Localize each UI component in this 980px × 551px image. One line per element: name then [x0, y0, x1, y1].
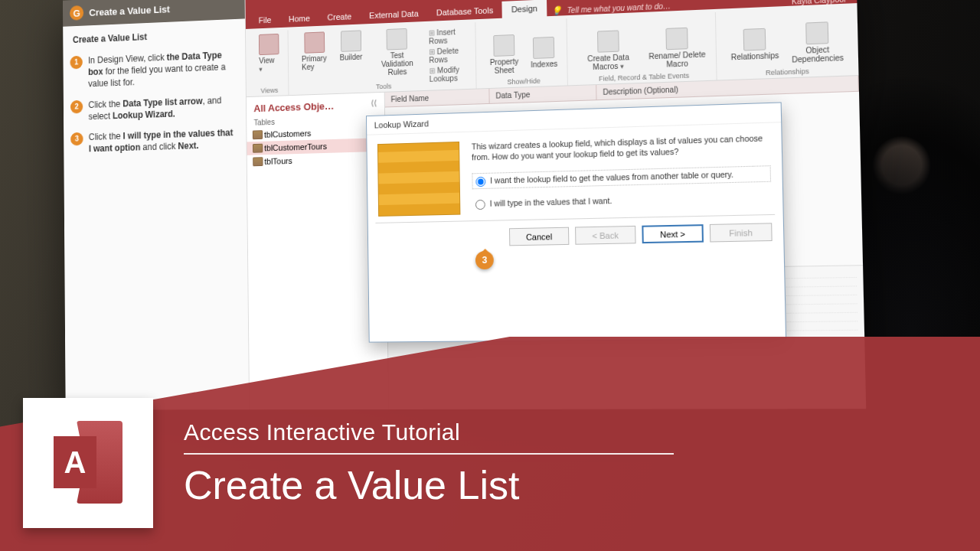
- banner-line2: Create a Value List: [184, 462, 674, 508]
- step-text: In Design View, click the Data Type box …: [88, 49, 236, 90]
- step-text: Click the I will type in the values that…: [89, 126, 237, 155]
- dependencies-icon: [805, 21, 828, 44]
- validation-icon: [387, 28, 407, 51]
- relationships-button[interactable]: Relationships: [727, 26, 782, 64]
- tutorial-steps: 1 In Design View, click the Data Type bo…: [63, 44, 246, 160]
- callout-number: 3: [475, 251, 494, 269]
- group-label: Views: [250, 86, 288, 95]
- insert-rows-button[interactable]: Insert Rows: [429, 27, 469, 45]
- primary-key-button[interactable]: Primary Key: [299, 30, 332, 73]
- col-field-name: Field Name: [385, 89, 490, 107]
- property-sheet-button[interactable]: Property Sheet: [486, 32, 521, 77]
- relationships-label: Relationships: [731, 51, 779, 62]
- step-callout: 3: [475, 251, 495, 276]
- wizard-options: I want the lookup field to get the value…: [472, 165, 771, 211]
- delete-rows-button[interactable]: Delete Rows: [429, 46, 469, 64]
- banner-text: Access Interactive Tutorial Create a Val…: [184, 419, 674, 508]
- next-button[interactable]: Next >: [642, 224, 704, 243]
- radio-type-values[interactable]: [475, 200, 485, 210]
- create-data-macros-button[interactable]: Create Data Macros: [577, 28, 639, 73]
- builder-button[interactable]: Builder: [336, 28, 365, 64]
- finish-button: Finish: [710, 223, 773, 242]
- tutorial-badge: G: [70, 5, 83, 21]
- banner-divider: [184, 453, 674, 455]
- lightbulb-icon: 💡: [551, 5, 562, 15]
- product-badge: A: [23, 398, 153, 528]
- rows-submenu: Insert Rows Delete Rows Modify Lookups: [429, 24, 470, 83]
- test-validation-label: Test Validation Rules: [374, 51, 420, 77]
- indexes-label: Indexes: [531, 60, 557, 69]
- radio-from-table[interactable]: [475, 177, 485, 187]
- tutorial-step: 3 Click the I will type in the values th…: [69, 122, 237, 159]
- test-validation-button[interactable]: Test Validation Rules: [371, 26, 423, 79]
- cancel-button[interactable]: Cancel: [509, 227, 569, 246]
- tab-design[interactable]: Design: [502, 0, 547, 18]
- view-label: View: [259, 56, 279, 73]
- dialog-body: This wizard creates a lookup field, whic…: [367, 122, 782, 223]
- tutorial-step: 2 Click the Data Type list arrow, and se…: [69, 89, 237, 127]
- property-sheet-label: Property Sheet: [490, 57, 519, 74]
- builder-icon: [341, 30, 361, 52]
- relationships-icon: [743, 28, 766, 51]
- property-sheet-icon: [493, 34, 514, 56]
- group-label: Show/Hide: [481, 76, 567, 86]
- option-label: I want the lookup field to get the value…: [490, 169, 733, 186]
- option-type-values[interactable]: I will type in the values that I want.: [472, 190, 772, 211]
- back-button: < Back: [575, 226, 636, 245]
- step-number-2: 2: [70, 99, 83, 113]
- navpane-list: tblCustomers tblCustomerTours tblTours: [247, 124, 385, 168]
- object-dependencies-button[interactable]: Object Dependencies: [788, 19, 847, 66]
- wizard-text: This wizard creates a lookup field, whic…: [472, 132, 772, 214]
- step-number-1: 1: [70, 56, 82, 70]
- access-logo: A: [54, 421, 122, 505]
- builder-label: Builder: [340, 53, 363, 62]
- step-text: Click the Data Type list arrow, and sele…: [88, 93, 236, 122]
- view-button[interactable]: View: [256, 32, 282, 75]
- tutorial-step: 1 In Design View, click the Data Type bo…: [69, 44, 237, 96]
- key-icon: [304, 31, 325, 53]
- ribbon-group-tools: Primary Key Builder Test Validation Rule…: [292, 22, 476, 95]
- table-item[interactable]: tblTours: [247, 152, 385, 169]
- step-number-3: 3: [70, 132, 83, 146]
- lookup-wizard-dialog: Lookup Wizard This wizard creates a look…: [366, 102, 786, 342]
- ribbon-group-relationships: Relationships Object Dependencies Relati…: [720, 6, 854, 80]
- option-values-from-table[interactable]: I want the lookup field to get the value…: [472, 165, 771, 189]
- tutorial-panel: G Create a Value List Create a Value Lis…: [63, 0, 250, 410]
- rename-delete-macro-button[interactable]: Rename/ Delete Macro: [645, 24, 710, 70]
- tab-create[interactable]: Create: [318, 8, 361, 26]
- ribbon-group-events: Create Data Macros Rename/ Delete Macro …: [571, 12, 717, 85]
- create-data-macros-label: Create Data Macros: [581, 52, 635, 71]
- option-label: I will type in the values that I want.: [490, 195, 612, 209]
- tutorial-title: Create a Value List: [89, 3, 170, 18]
- access-logo-letter: A: [54, 436, 96, 488]
- tab-file[interactable]: File: [250, 11, 279, 29]
- ribbon-group-showhide: Property Sheet Indexes Show/Hide: [480, 18, 568, 88]
- view-icon: [259, 34, 279, 55]
- ribbon-group-views: View Views: [250, 30, 289, 96]
- rename-icon: [665, 27, 688, 50]
- wizard-intro: This wizard creates a lookup field, whic…: [472, 132, 771, 163]
- indexes-button[interactable]: Indexes: [528, 35, 561, 71]
- object-dependencies-label: Object Dependencies: [792, 44, 844, 64]
- indexes-icon: [533, 37, 554, 59]
- rename-delete-macro-label: Rename/ Delete Macro: [648, 50, 707, 69]
- col-data-type: Data Type: [489, 85, 596, 103]
- wizard-illustration: [377, 142, 460, 217]
- tab-home[interactable]: Home: [280, 9, 319, 28]
- macros-icon: [597, 30, 619, 52]
- primary-key-label: Primary Key: [302, 54, 328, 72]
- banner-line1: Access Interactive Tutorial: [184, 419, 674, 445]
